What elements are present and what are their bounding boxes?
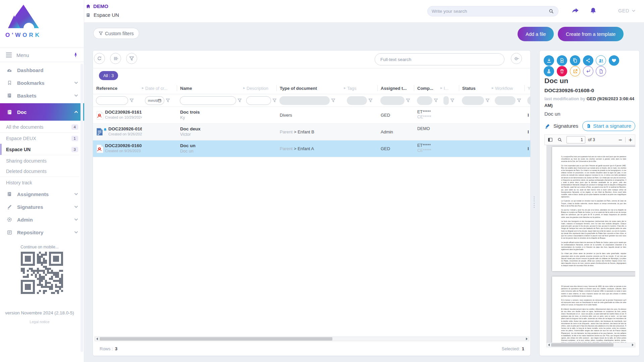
document-title: Doc un	[544, 77, 568, 85]
columns-button[interactable]	[110, 53, 121, 64]
sidebar-item-doc[interactable]: Doc	[0, 103, 84, 121]
stamp-button[interactable]	[544, 66, 554, 76]
sidebar-subitem-espace-deux[interactable]: Espace DEUX 1	[0, 133, 84, 144]
filter-input-y[interactable]	[527, 96, 531, 105]
share-icon[interactable]	[571, 7, 580, 15]
filter-input-status[interactable]	[462, 96, 484, 105]
table-horizontal-scrollbar[interactable]	[95, 337, 529, 341]
duplicate-button[interactable]	[570, 55, 580, 66]
breadcrumb-root[interactable]: DEMO	[86, 3, 108, 9]
filter-funnel-icon[interactable]	[272, 98, 276, 103]
sidebar-subitem-espace-un[interactable]: Espace UN 3	[0, 144, 84, 155]
filter-input-type[interactable]	[279, 96, 330, 105]
filter-funnel-icon[interactable]	[129, 98, 134, 103]
column-header-i[interactable]: ▸I...	[440, 82, 459, 94]
filter-funnel-icon[interactable]	[166, 98, 170, 103]
assign-users-button[interactable]	[596, 55, 606, 66]
custom-filters-button[interactable]: Custom filters	[93, 28, 139, 39]
search-icon[interactable]	[548, 8, 554, 14]
favorite-button[interactable]	[609, 55, 619, 66]
scroll-left-arrow[interactable]	[547, 343, 551, 347]
column-header-company[interactable]: Comp...	[414, 82, 440, 94]
table-row-doc-deux[interactable]: w DOC230926-01609-0 Created on 9/26/2023…	[93, 124, 531, 140]
zoom-in-button[interactable]: +	[629, 137, 632, 143]
filter-button[interactable]	[126, 53, 137, 64]
filter-funnel-icon[interactable]	[485, 98, 490, 103]
column-header-name[interactable]: Name	[177, 82, 243, 94]
sidebar-menu-toggle[interactable]: Menu	[0, 48, 84, 62]
filter-input-date[interactable]: mm/d	[145, 96, 164, 105]
column-header-y[interactable]: Y...	[524, 82, 531, 94]
download-button[interactable]	[544, 55, 554, 66]
filter-input-assigned[interactable]	[380, 96, 405, 105]
scroll-left-arrow[interactable]	[95, 337, 99, 341]
properties-button[interactable]	[596, 66, 606, 76]
page-number-input[interactable]	[567, 136, 585, 143]
upload-version-button[interactable]	[557, 55, 567, 66]
filter-funnel-icon[interactable]	[237, 98, 242, 103]
filter-funnel-icon[interactable]	[331, 98, 335, 103]
filter-input-company[interactable]	[417, 96, 432, 105]
column-header-status[interactable]: Status	[459, 82, 492, 94]
scroll-right-arrow[interactable]	[525, 337, 529, 341]
add-file-button[interactable]: Add a file	[518, 27, 554, 41]
filter-funnel-icon[interactable]	[406, 98, 410, 103]
notifications-bell-icon[interactable]	[589, 7, 597, 15]
table-row-doc-trois[interactable]: DOC230926-01610-3 Created on 10/29/2024 …	[93, 107, 531, 124]
owork-logo[interactable]: O'WORK	[4, 2, 48, 43]
fulltext-search-input[interactable]	[375, 53, 504, 65]
sidebar-subitem-sharing-documents[interactable]: Sharing documents	[0, 155, 84, 166]
filter-chip-all[interactable]: All : 3	[99, 71, 118, 80]
column-header-date[interactable]: ▸Date of cr...	[142, 82, 177, 94]
sidebar-subitem-history-track[interactable]: History track	[0, 177, 84, 188]
sidebar-item-repository[interactable]: Repository	[0, 226, 84, 239]
viewer-horizontal-scrollbar[interactable]	[546, 343, 635, 347]
sidebar-toggle-icon[interactable]	[547, 137, 553, 142]
open-external-button[interactable]	[570, 66, 580, 76]
column-header-assigned[interactable]: Assigned t...	[377, 82, 414, 94]
sidebar-subitem-all-documents[interactable]: All the documents 4	[0, 121, 84, 132]
filter-input-name[interactable]	[180, 96, 236, 105]
column-header-tags[interactable]: ▸Tags	[344, 82, 377, 94]
column-header-type[interactable]: Type of document	[276, 82, 344, 94]
zoom-out-button[interactable]: −	[619, 137, 622, 143]
scrollbar-thumb[interactable]	[551, 343, 613, 347]
sidebar-item-assignments[interactable]: Assignments	[0, 188, 84, 200]
column-header-workflow[interactable]: ▸Workflow	[492, 82, 524, 94]
pin-icon[interactable]	[73, 52, 78, 58]
sidebar-subitem-deleted-documents[interactable]: Deleted documents	[0, 166, 84, 177]
return-button[interactable]	[583, 66, 593, 76]
viewer-search-icon[interactable]	[557, 137, 562, 142]
panel-resize-handle[interactable]	[533, 196, 535, 208]
sidebar-item-signatures[interactable]: Signatures	[0, 200, 84, 213]
sidebar-item-dashboard[interactable]: Dashboard	[0, 64, 84, 76]
refresh-button[interactable]	[94, 53, 105, 64]
user-menu[interactable]: GED	[618, 8, 635, 13]
table-row-doc-un-selected[interactable]: DOC230926-01608-0 Created on 9/26/2023 3…	[93, 140, 531, 157]
sidebar-scrollbar[interactable]	[80, 64, 83, 352]
table-settings-button[interactable]	[511, 53, 522, 64]
sidebar-item-baskets[interactable]: Baskets	[0, 89, 84, 102]
filter-funnel-icon[interactable]	[517, 98, 521, 103]
breadcrumb-page[interactable]: Espace UN	[86, 12, 119, 18]
create-from-template-button[interactable]: Create from a template	[558, 27, 624, 41]
filter-input-i[interactable]	[443, 96, 449, 105]
delete-button[interactable]	[557, 66, 567, 76]
scrollbar-thumb[interactable]	[100, 337, 332, 341]
sidebar-item-admin[interactable]: Admin	[0, 213, 84, 226]
filter-input-workflow[interactable]	[495, 96, 516, 105]
filter-funnel-icon[interactable]	[434, 98, 438, 103]
start-signature-button[interactable]: Start a signature	[582, 121, 635, 131]
filter-input-reference[interactable]	[96, 96, 128, 105]
filter-funnel-icon[interactable]	[368, 98, 373, 103]
global-search-input[interactable]	[432, 9, 548, 14]
column-header-description[interactable]: ▸Description	[243, 82, 276, 94]
filter-funnel-icon[interactable]	[450, 98, 454, 103]
legal-notice-link[interactable]: Legal notice	[0, 320, 79, 324]
share-button[interactable]	[583, 55, 593, 66]
column-header-reference[interactable]: Reference	[93, 82, 142, 94]
filter-input-description[interactable]	[246, 96, 271, 105]
scroll-right-arrow[interactable]	[631, 343, 635, 347]
sidebar-item-bookmarks[interactable]: Bookmarks	[0, 76, 84, 89]
filter-input-tags[interactable]	[347, 96, 367, 105]
